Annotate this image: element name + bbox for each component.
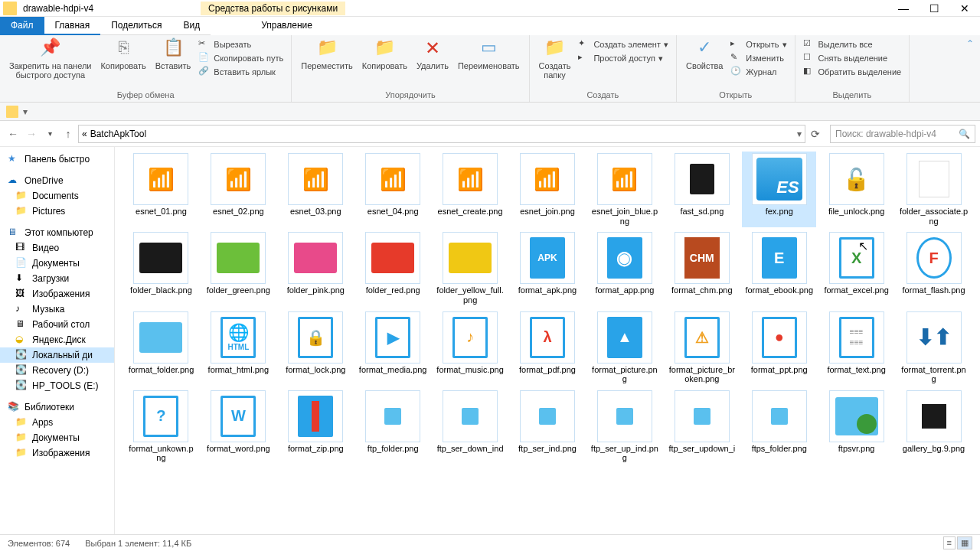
breadcrumb-segment[interactable]: BatchApkTool bbox=[90, 129, 195, 139]
delete-button[interactable]: ✕Удалить bbox=[412, 37, 453, 72]
maximize-button[interactable]: ☐ bbox=[919, 0, 949, 17]
file-item[interactable]: ▲format_picture.png bbox=[587, 310, 662, 386]
sidebar-libraries[interactable]: 📚Библиотеки bbox=[0, 399, 114, 415]
sidebar-docs[interactable]: 📄Документы bbox=[0, 256, 114, 271]
file-item[interactable]: ♪format_music.png bbox=[433, 310, 508, 386]
sidebar-yandex[interactable]: ◒Яндекс.Диск bbox=[0, 332, 114, 347]
search-input[interactable]: Поиск: drawable-hdpi-v4🔍 bbox=[830, 125, 975, 143]
file-item[interactable]: folder_yellow_full.png bbox=[433, 230, 508, 306]
sidebar-docs2[interactable]: 📁Документы bbox=[0, 430, 114, 445]
file-item[interactable]: ftp_ser_ind.png bbox=[511, 389, 585, 465]
file-item[interactable]: ⬇⬆format_torrent.png bbox=[897, 310, 971, 386]
file-item[interactable]: Xformat_excel.png bbox=[819, 230, 893, 306]
sidebar-onedrive[interactable]: ☁OneDrive bbox=[0, 173, 114, 188]
history-button[interactable]: 🕑Журнал bbox=[730, 66, 786, 78]
file-item[interactable]: λformat_pdf.png bbox=[511, 310, 585, 386]
new-folder-button[interactable]: 📁Создать папку bbox=[534, 37, 576, 81]
file-item[interactable]: fast_sd.png bbox=[665, 152, 739, 227]
file-item[interactable]: ftpsvr.png bbox=[819, 389, 893, 465]
file-item[interactable]: Wformat_word.png bbox=[201, 389, 276, 465]
file-item[interactable]: ftp_ser_down_ind bbox=[433, 389, 508, 465]
copy-to-button[interactable]: 📁Копировать bbox=[358, 37, 412, 72]
sidebar-downloads[interactable]: ⬇Загрузки bbox=[0, 271, 114, 286]
sidebar-this-pc[interactable]: 🖥Этот компьютер bbox=[0, 225, 114, 240]
back-button[interactable]: ← bbox=[5, 126, 21, 142]
select-none-button[interactable]: ☐Снять выделение bbox=[803, 52, 902, 64]
qat-dropdown[interactable]: ▾ bbox=[23, 106, 28, 117]
file-item[interactable]: CHMformat_chm.png bbox=[665, 230, 739, 306]
file-item[interactable]: 📶esnet_join.png bbox=[511, 152, 585, 227]
file-item[interactable]: 📶esnet_01.png bbox=[124, 152, 198, 227]
cut-button[interactable]: ✂Вырезать bbox=[198, 38, 283, 51]
file-item[interactable]: format_zip.png bbox=[279, 389, 353, 465]
copy-button[interactable]: ⎘Копировать bbox=[96, 37, 150, 72]
refresh-button[interactable]: ⟳ bbox=[807, 126, 824, 142]
sidebar-quick-access[interactable]: ★Панель быстро bbox=[0, 152, 114, 167]
breadcrumb[interactable]: « Никита›Очнь много разного›Разобрать ap… bbox=[78, 125, 805, 143]
close-button[interactable]: ✕ bbox=[949, 0, 980, 17]
new-item-button[interactable]: ✦Создать элемент ▾ bbox=[578, 38, 668, 51]
file-item[interactable]: 📶esnet_join_blue.png bbox=[587, 152, 662, 227]
file-item[interactable]: ●format_ppt.png bbox=[742, 310, 816, 386]
tab-manage[interactable]: Управление bbox=[246, 17, 328, 35]
tab-home[interactable]: Главная bbox=[44, 17, 101, 35]
open-button[interactable]: ▸Открыть ▾ bbox=[730, 38, 786, 51]
file-item[interactable]: ▶format_media.png bbox=[356, 310, 430, 386]
file-item[interactable]: ESfex.png bbox=[742, 152, 816, 227]
file-item[interactable]: ?format_unkown.png bbox=[124, 389, 198, 465]
rename-button[interactable]: ▭Переименовать bbox=[453, 37, 524, 72]
file-item[interactable]: ftps_folder.png bbox=[742, 389, 816, 465]
copy-path-button[interactable]: 📄Скопировать путь bbox=[198, 52, 283, 64]
tab-share[interactable]: Поделиться bbox=[100, 17, 172, 35]
view-icons-button[interactable]: ▦ bbox=[957, 536, 972, 549]
file-item[interactable]: ftp_ser_updown_i bbox=[665, 389, 739, 465]
sidebar-apps[interactable]: 📁Apps bbox=[0, 415, 114, 430]
sidebar-hptools[interactable]: 💽HP_TOOLS (E:) bbox=[0, 378, 114, 393]
file-item[interactable]: 📶esnet_create.png bbox=[433, 152, 508, 227]
file-item[interactable]: ≡≡≡≡≡≡format_text.png bbox=[819, 310, 893, 386]
tab-file[interactable]: Файл bbox=[0, 17, 44, 35]
file-item[interactable]: folder_green.png bbox=[201, 230, 276, 306]
file-item[interactable]: folder_associate.png bbox=[897, 152, 971, 227]
file-item[interactable]: 📶esnet_03.png bbox=[279, 152, 353, 227]
file-item[interactable]: ftp_folder.png bbox=[356, 389, 430, 465]
tab-view[interactable]: Вид bbox=[172, 17, 211, 35]
file-item[interactable]: 🔓file_unlock.png bbox=[819, 152, 893, 227]
file-item[interactable]: format_folder.png bbox=[124, 310, 198, 386]
file-item[interactable]: 📶esnet_02.png bbox=[201, 152, 276, 227]
sidebar-documents[interactable]: 📁Documents bbox=[0, 188, 114, 204]
edit-button[interactable]: ✎Изменить bbox=[730, 52, 786, 64]
ribbon-collapse-button[interactable]: ⌃ bbox=[960, 35, 980, 102]
paste-shortcut-button[interactable]: 🔗Вставить ярлык bbox=[198, 66, 283, 78]
paste-button[interactable]: 📋Вставить bbox=[151, 37, 196, 72]
easy-access-button[interactable]: ▸Простой доступ ▾ bbox=[578, 52, 668, 64]
pin-quick-access-button[interactable]: 📌Закрепить на панели быстрого доступа bbox=[5, 37, 96, 81]
file-item[interactable]: folder_red.png bbox=[356, 230, 430, 306]
forward-button[interactable]: → bbox=[23, 126, 40, 142]
sidebar-desktop[interactable]: 🖥Рабочий стол bbox=[0, 317, 114, 332]
sidebar-video[interactable]: 🎞Видео bbox=[0, 240, 114, 256]
minimize-button[interactable]: — bbox=[888, 0, 919, 17]
sidebar-local-disk[interactable]: 💽Локальный ди bbox=[0, 347, 114, 363]
view-details-button[interactable]: ≡ bbox=[943, 536, 956, 549]
up-button[interactable]: ↑ bbox=[60, 126, 77, 142]
sidebar-images[interactable]: 🖼Изображения bbox=[0, 286, 114, 302]
file-item[interactable]: 🌐HTMLformat_html.png bbox=[201, 310, 276, 386]
sidebar-pictures[interactable]: 📁Pictures bbox=[0, 204, 114, 219]
properties-button[interactable]: ✓Свойства bbox=[681, 37, 727, 72]
file-item[interactable]: folder_pink.png bbox=[279, 230, 353, 306]
file-item[interactable]: ⚠format_picture_broken.png bbox=[665, 310, 739, 386]
file-item[interactable]: Fformat_flash.png bbox=[897, 230, 971, 306]
sidebar-recovery[interactable]: 💽Recovery (D:) bbox=[0, 363, 114, 378]
file-item[interactable]: 📶esnet_04.png bbox=[356, 152, 430, 227]
recent-dropdown[interactable]: ▾ bbox=[41, 126, 58, 142]
file-item[interactable]: ftp_ser_up_ind.png bbox=[587, 389, 662, 465]
file-item[interactable]: folder_black.png bbox=[124, 230, 198, 306]
sidebar-music[interactable]: ♪Музыка bbox=[0, 302, 114, 317]
file-item[interactable]: gallery_bg.9.png bbox=[897, 389, 971, 465]
file-item[interactable]: Eformat_ebook.png bbox=[742, 230, 816, 306]
file-item[interactable]: 🔒format_lock.png bbox=[279, 310, 353, 386]
file-item[interactable]: ◉format_app.png bbox=[587, 230, 662, 306]
file-item[interactable]: APKformat_apk.png bbox=[511, 230, 585, 306]
select-all-button[interactable]: ☑Выделить все bbox=[803, 38, 902, 51]
